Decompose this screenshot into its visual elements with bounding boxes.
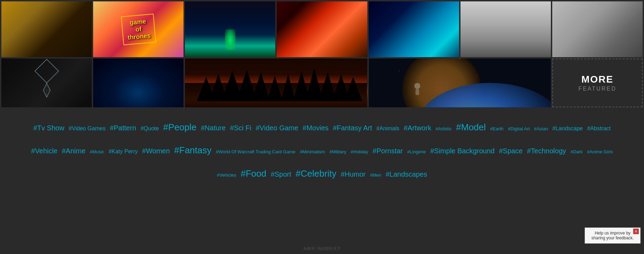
- tag-item[interactable]: #Nature: [201, 120, 226, 136]
- tag-item[interactable]: #Sport: [271, 166, 291, 183]
- thumb-dark-forest[interactable]: [185, 1, 275, 57]
- gallery-grid: gameofthrones: [0, 0, 644, 109]
- tag-item[interactable]: #Earth: [490, 123, 503, 134]
- tag-item[interactable]: #Asian: [534, 123, 548, 134]
- thumb-skyrim[interactable]: [1, 59, 92, 107]
- tag-item[interactable]: #Animals: [376, 122, 399, 135]
- thumb-rainy-city[interactable]: [460, 1, 551, 57]
- tag-item[interactable]: #Music: [90, 146, 104, 157]
- tag-item[interactable]: #Minimalism: [300, 146, 325, 157]
- tag-item[interactable]: #Holiday: [351, 146, 368, 157]
- tag-item[interactable]: #Men: [370, 170, 381, 180]
- thumb-grey-scene[interactable]: [552, 1, 643, 57]
- tag-item[interactable]: #Katy Perry: [108, 145, 138, 158]
- tags-section: #Tv Show #Video Games #Pattern #Quote #P…: [0, 109, 644, 192]
- tag-item[interactable]: #Artwork: [404, 120, 431, 136]
- svg-point-29: [414, 83, 420, 89]
- thumb-earth-space[interactable]: [369, 59, 551, 107]
- tag-item[interactable]: #Celebrity: [295, 163, 336, 184]
- tag-item[interactable]: #Digital Art: [508, 123, 530, 134]
- thumb-game-of-thrones[interactable]: gameofthrones: [93, 1, 184, 57]
- tag-item[interactable]: #Humor: [341, 166, 366, 183]
- thumb-woman-silhouette[interactable]: [1, 1, 92, 57]
- tag-item[interactable]: #Landscapes: [385, 166, 427, 183]
- skyrim-logo-decoration: [38, 62, 55, 103]
- tag-item[interactable]: #Food: [241, 163, 267, 184]
- tag-item[interactable]: #World Of Warcraft Trading Card Game: [216, 146, 295, 157]
- tag-item[interactable]: #Women: [142, 143, 170, 159]
- tag-item[interactable]: #Landscape: [552, 122, 583, 135]
- tag-item[interactable]: #Simple Background: [430, 143, 495, 159]
- tag-item[interactable]: #Dark: [570, 146, 583, 157]
- tag-item[interactable]: #Sci Fi: [230, 120, 251, 136]
- tag-item[interactable]: #Anime: [62, 143, 85, 159]
- green-glow-decoration: [225, 29, 235, 50]
- tag-item[interactable]: #Video Game: [256, 120, 298, 136]
- more-featured-button[interactable]: MORE FEATURED: [552, 59, 643, 107]
- thumb-forest-sunset[interactable]: [185, 59, 367, 107]
- tag-item[interactable]: #Abstract: [587, 122, 611, 135]
- tag-item[interactable]: #Military: [329, 146, 346, 157]
- tag-item[interactable]: #Movies: [302, 120, 328, 136]
- tag-item[interactable]: #Video Games: [69, 122, 106, 135]
- more-label: MORE: [581, 74, 613, 85]
- thumb-scifi-bedroom[interactable]: [93, 59, 184, 107]
- tag-item[interactable]: #Quote: [141, 122, 159, 135]
- tag-item[interactable]: #People: [163, 116, 196, 138]
- tag-item[interactable]: #Artistic: [436, 123, 452, 134]
- tag-item[interactable]: #Vehicle: [31, 143, 58, 159]
- featured-label: FEATURED: [578, 86, 616, 92]
- tag-item[interactable]: #Lingerie: [407, 146, 426, 157]
- got-logo: gameofthrones: [121, 14, 156, 45]
- thumb-couple[interactable]: [277, 1, 367, 57]
- thumb-anime-underwater[interactable]: [369, 1, 459, 57]
- tag-item[interactable]: #Pattern: [110, 120, 136, 136]
- tag-item[interactable]: #Pornstar: [373, 143, 403, 159]
- tag-item[interactable]: #Model: [456, 116, 486, 138]
- tag-item[interactable]: #Tv Show: [33, 120, 64, 136]
- tag-item[interactable]: #Vehicles: [217, 170, 237, 180]
- tag-item[interactable]: #Space: [499, 143, 523, 159]
- tag-item[interactable]: #Fantasy Art: [333, 120, 372, 136]
- svg-rect-30: [415, 89, 419, 95]
- tag-item[interactable]: #Anime Girls: [587, 146, 613, 157]
- tag-item[interactable]: #Technology: [527, 143, 566, 159]
- tag-item[interactable]: #Fantasy: [174, 139, 211, 161]
- svg-point-26: [399, 70, 399, 71]
- tags-container: #Tv Show #Video Games #Pattern #Quote #P…: [21, 116, 623, 185]
